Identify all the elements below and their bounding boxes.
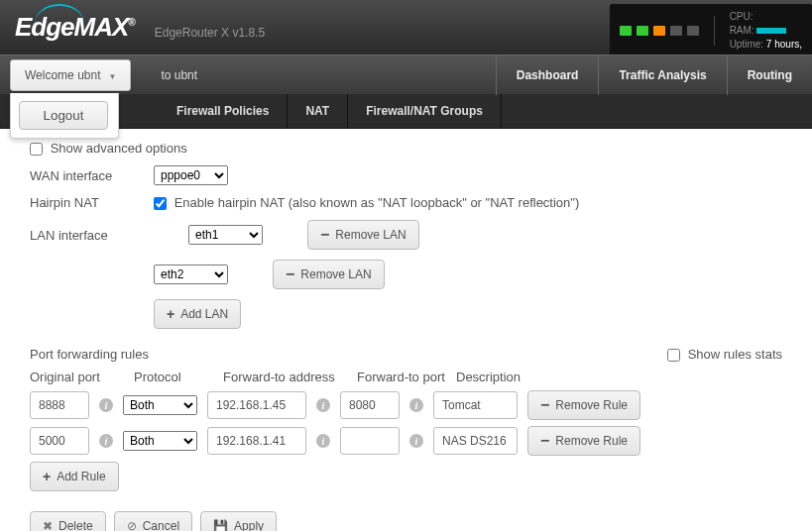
header-original-port: Original port — [30, 370, 124, 384]
tab-routing[interactable]: Routing — [727, 55, 812, 95]
nav-tabs: Dashboard Traffic Analysis Routing — [496, 55, 812, 95]
forward-port-input[interactable] — [340, 427, 400, 455]
port-forwarding-title: Port forwarding rules — [30, 347, 149, 362]
status-panel: CPU: RAM: Uptime: 7 hours, — [610, 4, 812, 57]
original-port-input[interactable] — [30, 427, 89, 455]
cpu-label: CPU: — [730, 11, 754, 22]
info-icon[interactable]: i — [409, 398, 423, 412]
info-icon[interactable]: i — [409, 434, 423, 448]
app-header: EdgeMAX® EdgeRouter X v1.8.5 CPU: RAM: U… — [0, 0, 812, 54]
info-icon[interactable]: i — [316, 434, 330, 448]
add-rule-button[interactable]: +Add Rule — [30, 462, 119, 491]
lan-interface-row-1: LAN interface eth1 −Remove LAN — [30, 220, 782, 250]
divider — [714, 16, 715, 46]
content-area: Show advanced options WAN interface pppo… — [0, 129, 812, 531]
wan-interface-row: WAN interface pppoe0 — [30, 165, 782, 185]
info-icon[interactable]: i — [99, 398, 113, 412]
cancel-button[interactable]: ⊘Cancel — [114, 511, 192, 531]
save-icon: 💾 — [213, 519, 228, 531]
port-lights — [620, 26, 699, 36]
protocol-select[interactable]: Both — [123, 431, 197, 451]
delete-text: Delete — [58, 519, 93, 531]
lan-interface-select-2[interactable]: eth2 — [154, 265, 228, 284]
rule-row: i Both i i −Remove Rule — [30, 390, 782, 420]
port-light-icon — [653, 26, 665, 36]
lan-interface-row-2: eth2 −Remove LAN — [154, 260, 782, 289]
port-light-icon — [670, 26, 682, 36]
tab-firewall-policies[interactable]: Firewall Policies — [159, 94, 288, 128]
hairpin-nat-row: Hairpin NAT Enable hairpin NAT (also kno… — [30, 195, 782, 210]
sub-tabs: Firewall Policies NAT Firewall/NAT Group… — [0, 94, 812, 129]
tab-nat[interactable]: NAT — [288, 94, 348, 128]
plus-icon: + — [167, 309, 174, 319]
lan-interface-label: LAN interface — [30, 228, 144, 243]
apply-text: Apply — [234, 519, 264, 531]
rules-header: Original port Protocol Forward-to addres… — [30, 370, 782, 384]
show-advanced-text: Show advanced options — [51, 141, 187, 156]
add-lan-row: +Add LAN — [154, 299, 782, 329]
header-protocol: Protocol — [134, 370, 213, 384]
minus-icon: − — [540, 400, 549, 410]
remove-lan-button-2[interactable]: −Remove LAN — [273, 260, 385, 289]
port-light-icon — [687, 26, 699, 36]
product-subtitle: EdgeRouter X v1.8.5 — [155, 26, 265, 40]
show-advanced-label[interactable]: Show advanced options — [30, 141, 187, 156]
forward-address-input[interactable] — [207, 391, 306, 419]
logo-arc-icon — [35, 4, 84, 24]
minus-icon: − — [540, 436, 549, 446]
remove-lan-button-1[interactable]: −Remove LAN — [307, 220, 419, 250]
wan-interface-select[interactable]: pppoe0 — [154, 165, 228, 185]
protocol-select[interactable]: Both — [123, 395, 197, 415]
remove-lan-text: Remove LAN — [335, 228, 406, 242]
forward-address-input[interactable] — [207, 427, 306, 455]
add-rule-text: Add Rule — [57, 470, 105, 483]
delete-button[interactable]: ✖Delete — [30, 511, 106, 531]
original-port-input[interactable] — [30, 391, 89, 419]
tab-traffic-analysis[interactable]: Traffic Analysis — [598, 55, 726, 95]
remove-rule-button[interactable]: −Remove Rule — [527, 426, 640, 456]
info-icon[interactable]: i — [99, 434, 113, 448]
tab-firewall-nat-groups[interactable]: Firewall/NAT Groups — [348, 94, 502, 128]
rule-row: i Both i i −Remove Rule — [30, 426, 782, 456]
remove-rule-button[interactable]: −Remove Rule — [527, 390, 640, 420]
description-input[interactable] — [433, 391, 518, 419]
cancel-text: Cancel — [143, 519, 179, 531]
header-forward-address: Forward-to address — [223, 370, 347, 384]
apply-button[interactable]: 💾Apply — [200, 511, 277, 531]
tab-dashboard[interactable]: Dashboard — [496, 55, 599, 95]
header-forward-port: Forward-to port — [357, 370, 446, 384]
hairpin-nat-option[interactable]: Enable hairpin NAT (also known as "NAT l… — [154, 195, 579, 210]
show-advanced-checkbox[interactable] — [30, 143, 43, 156]
remove-rule-text: Remove Rule — [555, 434, 628, 448]
wan-interface-label: WAN interface — [30, 168, 144, 183]
port-forwarding-title-row: Port forwarding rules Show rules stats — [30, 347, 782, 362]
lan-interface-select-1[interactable]: eth1 — [188, 225, 263, 245]
minus-icon: − — [286, 269, 294, 279]
add-lan-button[interactable]: +Add LAN — [154, 299, 241, 329]
port-light-icon — [620, 26, 632, 36]
x-icon: ✖ — [43, 519, 53, 531]
description-input[interactable] — [433, 427, 518, 455]
add-rule-row: +Add Rule — [30, 462, 782, 491]
user-menu: Welcome ubnt Logout — [10, 59, 131, 91]
to-ubnt-link[interactable]: to ubnt — [161, 68, 197, 82]
minus-icon: − — [320, 230, 329, 240]
hairpin-nat-text: Enable hairpin NAT (also known as "NAT l… — [174, 195, 580, 210]
welcome-dropdown-button[interactable]: Welcome ubnt — [10, 59, 131, 91]
hairpin-nat-checkbox[interactable] — [154, 197, 167, 210]
logo: EdgeMAX® — [15, 12, 135, 43]
forward-port-input[interactable] — [340, 391, 400, 419]
main-navbar: Welcome ubnt Logout to ubnt Dashboard Tr… — [0, 54, 812, 94]
system-stats: CPU: RAM: Uptime: 7 hours, — [730, 10, 802, 52]
plus-icon: + — [43, 472, 51, 481]
info-icon[interactable]: i — [316, 398, 330, 412]
ram-bar-icon — [756, 28, 786, 34]
remove-lan-text: Remove LAN — [300, 267, 371, 281]
show-rules-stats-label[interactable]: Show rules stats — [667, 347, 782, 362]
ram-label: RAM: — [730, 25, 754, 36]
logout-button[interactable]: Logout — [19, 101, 108, 130]
show-rules-stats-checkbox[interactable] — [667, 349, 680, 362]
port-light-icon — [637, 26, 648, 36]
add-lan-text: Add LAN — [180, 307, 228, 321]
show-rules-stats-text: Show rules stats — [688, 347, 782, 362]
